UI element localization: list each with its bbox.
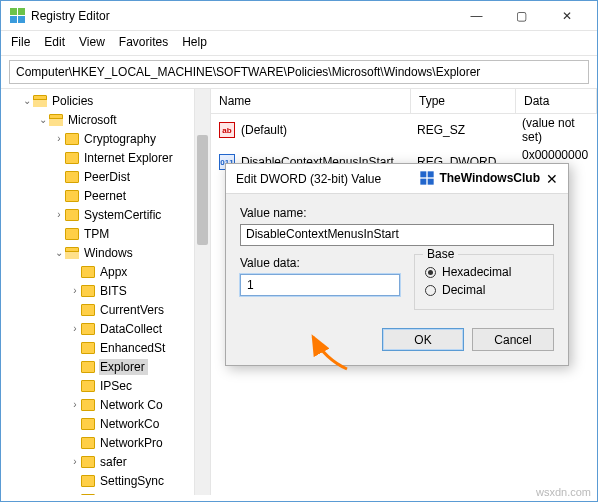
folder-icon bbox=[81, 285, 95, 297]
tree-node-label: IPSec bbox=[99, 378, 135, 394]
tree-node-settingsync[interactable]: SettingSync bbox=[1, 471, 210, 490]
ok-button[interactable]: OK bbox=[382, 328, 464, 351]
address-input[interactable]: Computer\HKEY_LOCAL_MACHINE\SOFTWARE\Pol… bbox=[9, 60, 589, 84]
tree-node-label: Windows bbox=[83, 245, 136, 261]
tree-node-safer[interactable]: ›safer bbox=[1, 452, 210, 471]
radio-hex[interactable]: Hexadecimal bbox=[425, 265, 543, 279]
tree-node-label: Internet Explorer bbox=[83, 150, 176, 166]
close-button[interactable]: ✕ bbox=[544, 2, 589, 30]
key-tree[interactable]: ⌄Policies⌄Microsoft›CryptographyInternet… bbox=[1, 89, 211, 495]
svg-rect-0 bbox=[421, 171, 427, 177]
brand-icon bbox=[419, 170, 435, 186]
folder-icon bbox=[65, 228, 79, 240]
tree-node-label: SystemCertific bbox=[83, 207, 164, 223]
tree-node-windows[interactable]: ⌄Windows bbox=[1, 243, 210, 262]
col-data[interactable]: Data bbox=[516, 89, 597, 113]
menu-file[interactable]: File bbox=[11, 35, 30, 49]
menu-view[interactable]: View bbox=[79, 35, 105, 49]
tree-scroll-thumb[interactable] bbox=[197, 135, 208, 245]
value-row[interactable]: ab(Default)REG_SZ(value not set) bbox=[211, 114, 597, 146]
tree-node-label: EnhancedSt bbox=[99, 340, 168, 356]
chevron-down-icon[interactable]: ⌄ bbox=[21, 95, 33, 106]
folder-icon bbox=[65, 133, 79, 145]
dialog-title: Edit DWORD (32-bit) Value bbox=[236, 172, 381, 186]
tree-node-peerdist[interactable]: PeerDist bbox=[1, 167, 210, 186]
chevron-right-icon[interactable]: › bbox=[53, 133, 65, 144]
tree-node-bits[interactable]: ›BITS bbox=[1, 281, 210, 300]
tree-node-label: safer bbox=[99, 454, 130, 470]
minimize-button[interactable]: — bbox=[454, 2, 499, 30]
tree-node-label: PeerDist bbox=[83, 169, 133, 185]
menu-favorites[interactable]: Favorites bbox=[119, 35, 168, 49]
tree-node-label: SettingSync bbox=[99, 473, 167, 489]
tree-node-datacollect[interactable]: ›DataCollect bbox=[1, 319, 210, 338]
cancel-button[interactable]: Cancel bbox=[472, 328, 554, 351]
value-data-input[interactable] bbox=[240, 274, 400, 296]
folder-icon bbox=[81, 361, 95, 373]
tree-node-networkpro[interactable]: NetworkPro bbox=[1, 433, 210, 452]
folder-icon bbox=[81, 437, 95, 449]
tree-node-microsoft[interactable]: ⌄Microsoft bbox=[1, 110, 210, 129]
chevron-right-icon[interactable]: › bbox=[69, 323, 81, 334]
chevron-right-icon[interactable]: › bbox=[69, 285, 81, 296]
maximize-button[interactable]: ▢ bbox=[499, 2, 544, 30]
folder-icon bbox=[81, 266, 95, 278]
folder-icon bbox=[33, 95, 47, 107]
folder-icon bbox=[81, 304, 95, 316]
tree-node-system[interactable]: System bbox=[1, 490, 210, 495]
edit-dword-dialog: Edit DWORD (32-bit) Value ✕ TheWindowsCl… bbox=[225, 163, 569, 366]
tree-node-appx[interactable]: Appx bbox=[1, 262, 210, 281]
chevron-right-icon[interactable]: › bbox=[53, 209, 65, 220]
column-headers[interactable]: Name Type Data bbox=[211, 89, 597, 114]
tree-node-label: Cryptography bbox=[83, 131, 159, 147]
chevron-down-icon[interactable]: ⌄ bbox=[37, 114, 49, 125]
folder-icon bbox=[81, 475, 95, 487]
folder-icon bbox=[65, 247, 79, 259]
folder-icon bbox=[65, 209, 79, 221]
folder-icon bbox=[81, 380, 95, 392]
value-name-cell: (Default) bbox=[241, 123, 417, 137]
tree-node-network-co[interactable]: ›Network Co bbox=[1, 395, 210, 414]
menu-help[interactable]: Help bbox=[182, 35, 207, 49]
tree-node-peernet[interactable]: Peernet bbox=[1, 186, 210, 205]
tree-node-systemcertific[interactable]: ›SystemCertific bbox=[1, 205, 210, 224]
tree-node-label: CurrentVers bbox=[99, 302, 167, 318]
tree-node-explorer[interactable]: Explorer bbox=[1, 357, 210, 376]
page-watermark: wsxdn.com bbox=[536, 486, 591, 498]
radio-dec[interactable]: Decimal bbox=[425, 283, 543, 297]
tree-node-cryptography[interactable]: ›Cryptography bbox=[1, 129, 210, 148]
tree-node-label: Policies bbox=[51, 93, 96, 109]
menu-bar: File Edit View Favorites Help bbox=[1, 31, 597, 56]
svg-rect-2 bbox=[421, 179, 427, 185]
menu-edit[interactable]: Edit bbox=[44, 35, 65, 49]
titlebar[interactable]: Registry Editor — ▢ ✕ bbox=[1, 1, 597, 31]
dialog-titlebar[interactable]: Edit DWORD (32-bit) Value ✕ TheWindowsCl… bbox=[226, 164, 568, 194]
tree-node-policies[interactable]: ⌄Policies bbox=[1, 91, 210, 110]
tree-node-label: TPM bbox=[83, 226, 112, 242]
tree-scrollbar[interactable] bbox=[194, 89, 210, 495]
value-data-cell: (value not set) bbox=[522, 116, 597, 144]
tree-node-internet-explorer[interactable]: Internet Explorer bbox=[1, 148, 210, 167]
value-name-field[interactable]: DisableContextMenusInStart bbox=[240, 224, 554, 246]
tree-node-label: Appx bbox=[99, 264, 130, 280]
chevron-right-icon[interactable]: › bbox=[69, 399, 81, 410]
col-type[interactable]: Type bbox=[411, 89, 516, 113]
tree-node-currentvers[interactable]: CurrentVers bbox=[1, 300, 210, 319]
chevron-right-icon[interactable]: › bbox=[69, 456, 81, 467]
string-value-icon: ab bbox=[219, 122, 235, 138]
chevron-down-icon[interactable]: ⌄ bbox=[53, 247, 65, 258]
tree-node-ipsec[interactable]: IPSec bbox=[1, 376, 210, 395]
dialog-close-icon[interactable]: ✕ bbox=[546, 171, 558, 187]
tree-node-enhancedst[interactable]: EnhancedSt bbox=[1, 338, 210, 357]
watermark-brand: TheWindowsClub bbox=[419, 170, 540, 186]
regedit-icon bbox=[9, 8, 25, 24]
col-name[interactable]: Name bbox=[211, 89, 411, 113]
tree-node-label: Peernet bbox=[83, 188, 129, 204]
address-bar: Computer\HKEY_LOCAL_MACHINE\SOFTWARE\Pol… bbox=[1, 56, 597, 89]
base-group-label: Base bbox=[423, 247, 458, 261]
tree-node-networkco[interactable]: NetworkCo bbox=[1, 414, 210, 433]
folder-icon bbox=[81, 494, 95, 496]
tree-node-tpm[interactable]: TPM bbox=[1, 224, 210, 243]
tree-node-label: Network Co bbox=[99, 397, 166, 413]
tree-node-label: Microsoft bbox=[67, 112, 120, 128]
